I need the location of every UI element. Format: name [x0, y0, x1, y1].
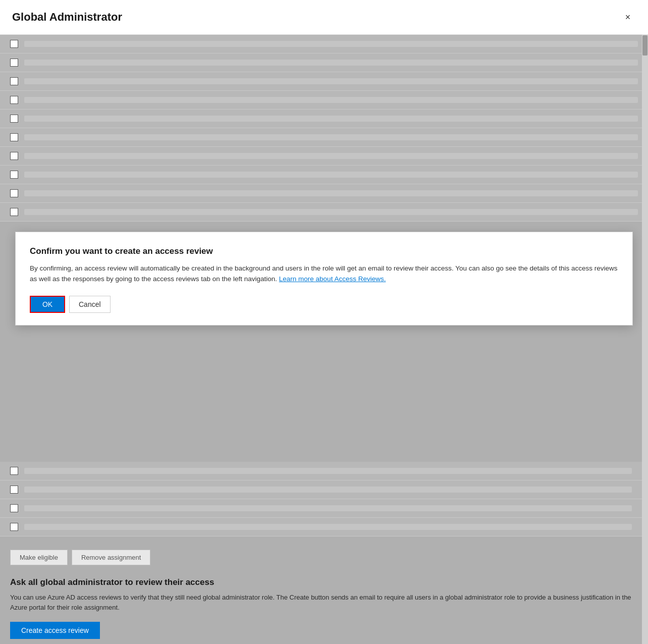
table-row [0, 128, 648, 147]
scrollbar-thumb [642, 35, 647, 56]
row-content [24, 60, 638, 66]
row-checkbox[interactable] [10, 96, 18, 104]
row-content [24, 524, 632, 530]
row-checkbox[interactable] [10, 189, 18, 197]
modal-title: Global Administrator [12, 11, 122, 24]
close-button[interactable]: × [620, 9, 636, 25]
background-rows-top [0, 35, 648, 222]
table-row [0, 110, 648, 128]
learn-more-link[interactable]: Learn more about Access Reviews. [279, 275, 386, 283]
row-content [24, 190, 638, 196]
row-content [24, 487, 632, 493]
row-content [24, 209, 638, 215]
section-title: Ask all global administrator to review t… [10, 577, 632, 587]
row-checkbox[interactable] [10, 208, 18, 216]
row-content [24, 134, 638, 140]
row-checkbox[interactable] [10, 486, 18, 494]
table-row [0, 499, 642, 518]
table-row [0, 53, 648, 72]
row-checkbox[interactable] [10, 467, 18, 475]
row-content [24, 97, 638, 103]
confirm-dialog: Confirm you want to create an access rev… [15, 232, 633, 326]
row-content [24, 41, 638, 47]
table-row [0, 203, 648, 222]
create-access-review-button[interactable]: Create access review [10, 622, 100, 639]
row-checkbox[interactable] [10, 523, 18, 531]
section-body: You can use Azure AD access reviews to v… [10, 593, 632, 613]
scrollbar[interactable] [642, 35, 648, 644]
table-row [0, 480, 642, 499]
table-row [0, 166, 648, 184]
table-row [0, 91, 648, 110]
bottom-area: Make eligible Remove assignment Ask all … [0, 462, 642, 644]
table-row [0, 35, 648, 53]
confirm-actions: OK Cancel [30, 296, 618, 313]
row-checkbox[interactable] [10, 133, 18, 141]
table-row [0, 147, 648, 166]
cancel-button[interactable]: Cancel [69, 296, 111, 313]
main-panel: Global Administrator × [0, 0, 648, 644]
row-content [24, 172, 638, 178]
remove-assignment-button[interactable]: Remove assignment [72, 550, 151, 565]
table-row [0, 462, 642, 480]
table-row [0, 518, 642, 536]
row-checkbox[interactable] [10, 504, 18, 512]
row-checkbox[interactable] [10, 115, 18, 123]
row-content [24, 153, 638, 159]
table-row [0, 184, 648, 203]
ok-button[interactable]: OK [30, 296, 65, 313]
row-content [24, 78, 638, 84]
make-eligible-button[interactable]: Make eligible [10, 550, 68, 565]
row-checkbox[interactable] [10, 59, 18, 67]
background-rows-bottom [0, 462, 642, 536]
modal-header: Global Administrator × [0, 0, 648, 35]
row-content [24, 505, 632, 511]
row-content [24, 468, 632, 474]
row-checkbox[interactable] [10, 171, 18, 179]
bottom-actions-area: Make eligible Remove assignment Ask all … [0, 536, 642, 644]
action-buttons-group: Make eligible Remove assignment [10, 543, 632, 572]
background-content: Confirm you want to create an access rev… [0, 35, 648, 644]
row-checkbox[interactable] [10, 40, 18, 48]
confirm-dialog-title: Confirm you want to create an access rev… [30, 246, 618, 256]
row-checkbox[interactable] [10, 77, 18, 85]
table-row [0, 72, 648, 91]
confirm-dialog-body: By confirming, an access review will aut… [30, 263, 618, 285]
row-checkbox[interactable] [10, 152, 18, 160]
row-content [24, 116, 638, 122]
